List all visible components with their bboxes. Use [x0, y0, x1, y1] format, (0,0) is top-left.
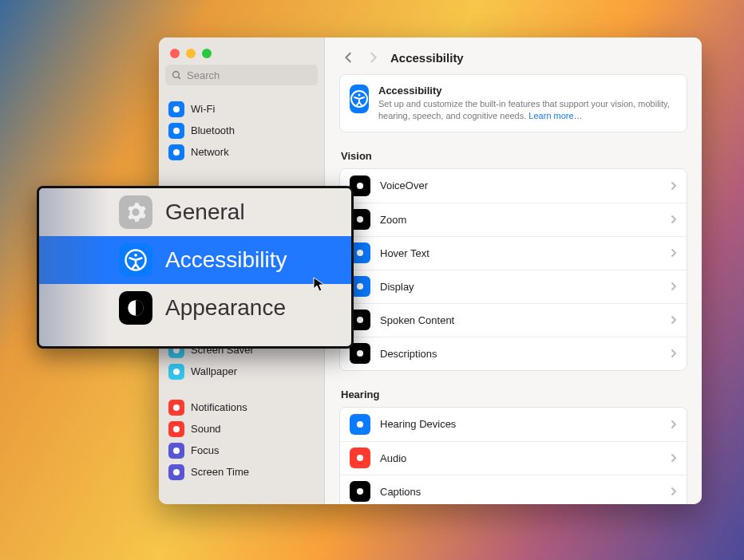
search-icon	[172, 70, 182, 81]
sidebar-item-label: Notifications	[191, 401, 247, 413]
row-label: Hearing Devices	[380, 418, 661, 430]
settings-row[interactable]: Audio	[340, 441, 687, 475]
accessibility-icon	[119, 243, 152, 277]
app-icon	[168, 421, 184, 437]
svg-point-17	[357, 283, 363, 290]
svg-point-0	[173, 71, 180, 77]
svg-point-4	[173, 149, 180, 156]
learn-more-link[interactable]: Learn more…	[528, 111, 582, 120]
app-icon	[168, 443, 184, 459]
settings-row[interactable]: Zoom	[340, 203, 687, 236]
settings-panel: VoiceOverZoomHover TextDisplaySpoken Con…	[339, 168, 687, 371]
minimize-window-button[interactable]	[186, 49, 196, 58]
row-label: Audio	[380, 452, 661, 464]
sidebar-item[interactable]: Sound	[159, 418, 324, 440]
svg-point-2	[173, 106, 180, 112]
app-icon	[168, 464, 184, 480]
header-desc: Set up and customize the built-in featur…	[378, 98, 677, 122]
sidebar-item-label: Network	[191, 146, 229, 158]
sidebar-item-label: Bluetooth	[191, 124, 235, 136]
svg-point-19	[357, 350, 363, 357]
chevron-right-icon	[671, 453, 677, 463]
row-label: Captions	[380, 486, 661, 498]
row-label: Hover Text	[380, 247, 661, 259]
svg-point-11	[173, 469, 180, 475]
svg-line-1	[178, 77, 180, 79]
sidebar-item[interactable]: Screen Time	[159, 461, 324, 483]
svg-point-16	[357, 250, 363, 256]
sidebar-item-label: Sound	[191, 423, 221, 435]
settings-row[interactable]: Hover Text	[340, 236, 687, 270]
svg-point-13	[358, 94, 361, 97]
sidebar-item[interactable]: Network	[159, 141, 324, 163]
search-input[interactable]	[187, 69, 321, 81]
settings-row[interactable]: Captions	[340, 475, 687, 504]
app-icon	[168, 101, 184, 117]
back-button[interactable]	[339, 49, 357, 66]
app-icon	[168, 364, 184, 380]
svg-point-24	[134, 254, 137, 257]
chevron-right-icon	[671, 181, 677, 191]
header-title: Accessibility	[378, 85, 677, 97]
app-icon	[168, 123, 184, 139]
fullscreen-window-button[interactable]	[202, 49, 212, 58]
gear-icon	[119, 195, 152, 229]
chevron-right-icon	[671, 420, 677, 429]
row-label: Zoom	[380, 214, 661, 226]
sidebar-item[interactable]: Notifications	[159, 396, 324, 418]
chevron-right-icon	[671, 248, 677, 258]
chevron-right-icon	[671, 315, 677, 325]
settings-panel: Hearing DevicesAudioCaptions	[339, 407, 687, 504]
sidebar-item[interactable]: Wi-Fi	[159, 98, 324, 120]
settings-row[interactable]: Descriptions	[340, 337, 687, 370]
sidebar-item-label: Wallpaper	[191, 365, 237, 377]
sidebar-item[interactable]: Bluetooth	[159, 120, 324, 141]
row-icon	[350, 481, 370, 502]
main-panel: Accessibility Accessibility Set up and c…	[325, 37, 702, 504]
svg-point-3	[173, 128, 180, 134]
sidebar-item-label: Focus	[191, 444, 219, 456]
row-label: Display	[380, 281, 661, 293]
row-label: Descriptions	[380, 348, 661, 360]
section-header: Vision	[341, 150, 686, 162]
chevron-right-icon	[671, 487, 677, 496]
close-window-button[interactable]	[170, 49, 180, 58]
accessibility-icon	[350, 85, 369, 113]
row-icon	[350, 343, 370, 364]
toolbar: Accessibility	[325, 37, 702, 74]
svg-point-21	[357, 455, 363, 461]
search-field[interactable]	[165, 65, 318, 85]
row-label: VoiceOver	[380, 179, 661, 191]
svg-point-8	[173, 404, 180, 411]
chevron-right-icon	[671, 215, 677, 224]
header-card: Accessibility Set up and customize the b…	[339, 74, 687, 132]
settings-row[interactable]: Spoken Content	[340, 303, 687, 337]
page-title: Accessibility	[390, 51, 464, 65]
svg-point-9	[173, 426, 180, 432]
sidebar-item-label: Screen Time	[191, 466, 249, 478]
svg-point-22	[357, 488, 363, 495]
sidebar-item-label: Wi-Fi	[191, 103, 215, 115]
svg-point-7	[173, 369, 180, 375]
window-controls	[159, 37, 324, 65]
sidebar-item[interactable]: Wallpaper	[159, 361, 324, 382]
settings-row[interactable]: Hearing Devices	[340, 408, 687, 441]
svg-point-14	[357, 183, 363, 189]
app-icon	[168, 400, 184, 416]
settings-row[interactable]: VoiceOver	[340, 169, 687, 203]
forward-button[interactable]	[365, 49, 382, 66]
svg-point-15	[357, 216, 363, 223]
row-label: Spoken Content	[380, 314, 661, 326]
zoom-callout: General Accessibility Appearance	[37, 186, 354, 349]
settings-row[interactable]: Display	[340, 270, 687, 303]
svg-point-10	[173, 448, 180, 454]
svg-point-20	[357, 421, 363, 428]
chevron-right-icon	[671, 282, 677, 291]
row-icon	[350, 414, 370, 435]
app-icon	[168, 144, 184, 160]
svg-point-18	[357, 317, 363, 323]
sidebar-item[interactable]: Focus	[159, 440, 324, 461]
section-header: Hearing	[341, 388, 686, 400]
row-icon	[350, 448, 370, 468]
chevron-right-icon	[671, 349, 677, 358]
